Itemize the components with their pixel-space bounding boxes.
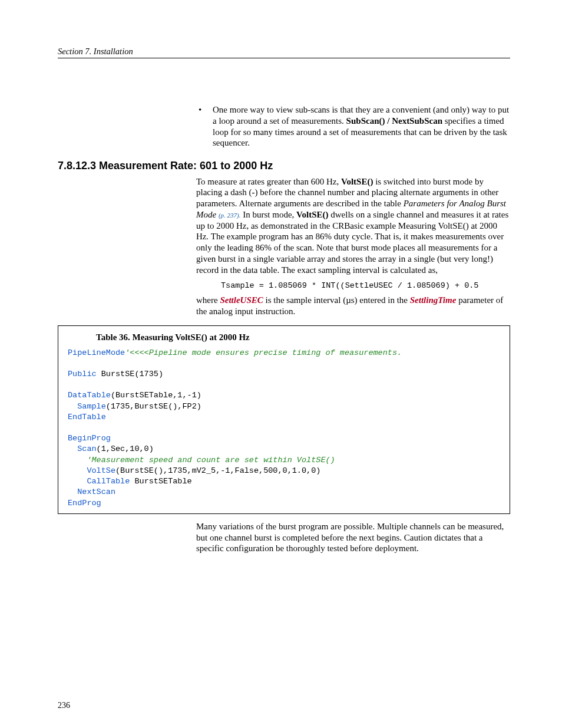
bullet-bold: SubScan() / NextSubScan: [346, 116, 442, 126]
code-l1a: PipeLineMode: [68, 348, 125, 357]
code-listing: PipeLineMode'<<<<Pipeline mode ensures p…: [68, 348, 500, 509]
page-ref-link[interactable]: (p. 237).: [219, 212, 241, 219]
code-l11a: ': [68, 456, 92, 465]
code-l13a: CallTable: [68, 477, 130, 486]
code-l1b: '<<<<Pipeline mode ensures precise timin…: [125, 348, 402, 357]
code-l10b: (1,Sec,10,0): [97, 444, 154, 453]
paragraph-1: To measure at rates greater than 600 Hz,…: [196, 176, 510, 276]
code-l6b: (1735,BurstSE(),FP2): [106, 402, 201, 411]
code-l5b: (BurstSETable,1,-1): [111, 391, 201, 400]
p2-a: where: [196, 295, 220, 305]
formula: Tsample = 1.085069 * INT((SettleUSEC / 1…: [221, 281, 510, 291]
code-l9: BeginProg: [68, 434, 111, 443]
code-l3b: BurstSE(1735): [97, 370, 163, 378]
page-header: Section 7. Installation: [58, 46, 510, 57]
code-l14: NextScan: [68, 487, 115, 496]
p1-k: The example program has an 86% duty cycl…: [196, 232, 504, 274]
p1-b: VoltSE(): [341, 177, 373, 186]
code-table: Table 36. Measuring VoltSE() at 2000 Hz …: [58, 325, 510, 514]
p2-c: is the sample interval (µs) entered in t…: [263, 295, 410, 305]
p1-a: To measure at rates greater than 600 Hz,: [196, 177, 341, 186]
code-l13b: BurstSETable: [130, 477, 191, 486]
paragraph-2: where SettleUSEC is the sample interval …: [196, 295, 510, 317]
code-l6a: Sample: [68, 402, 106, 411]
code-l5a: DataTable: [68, 391, 111, 400]
section-heading: 7.8.12.3 Measurement Rate: 601 to 2000 H…: [58, 159, 510, 173]
code-l10a: Scan: [68, 444, 97, 453]
paragraph-3: Many variations of the burst program are…: [196, 521, 510, 554]
header-rule: [58, 58, 510, 58]
table-caption: Table 36. Measuring VoltSE() at 2000 Hz: [96, 332, 500, 343]
p1-h: In burst mode,: [240, 210, 296, 219]
p1-i: VoltSE(): [296, 210, 328, 219]
bullet-item: One more way to view sub-scans is that t…: [196, 104, 510, 149]
bullet-list: One more way to view sub-scans is that t…: [196, 104, 510, 149]
code-l3a: Public: [68, 370, 97, 378]
code-l15: EndProg: [68, 499, 101, 508]
kw-settlingtime: SettlingTime: [410, 295, 457, 305]
code-l7: EndTable: [68, 413, 106, 421]
kw-settleusec: SettleUSEC: [220, 295, 263, 305]
code-l12b: (BurstSE(),1735,mV2_5,-1,False,500,0,1.0…: [115, 466, 320, 475]
code-l11b: Measurement speed and count are set with…: [92, 456, 335, 465]
code-l12a: VoltSe: [68, 466, 115, 475]
